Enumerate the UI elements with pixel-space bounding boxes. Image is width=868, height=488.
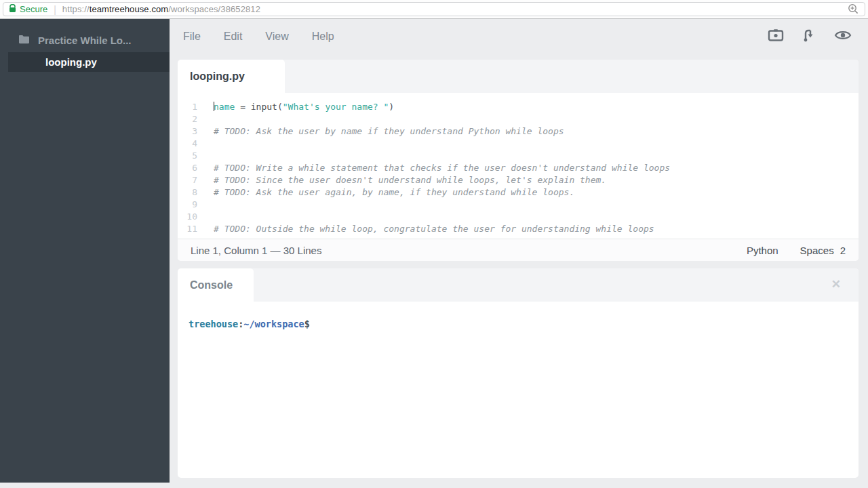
indent-selector[interactable]: Spaces 2 [800, 245, 846, 256]
folder-icon [18, 35, 30, 46]
indent-label: Spaces [800, 245, 834, 256]
address-bar[interactable]: Secure | https://teamtreehouse.com/works… [3, 2, 865, 16]
code-line: 2 [178, 113, 859, 125]
line-number: 11 [178, 223, 197, 235]
line-number: 6 [178, 162, 197, 174]
line-number: 7 [178, 174, 197, 186]
editor-tab-bar: looping.py [178, 60, 859, 93]
tab-looping-py[interactable]: looping.py [178, 60, 285, 93]
project-name: Practice While Lo... [38, 35, 132, 46]
project-folder[interactable]: Practice While Lo... [0, 30, 170, 50]
code-line: 11# TODO: Outside the while loop, congra… [178, 223, 859, 235]
address-separator: | [54, 4, 56, 15]
language-selector[interactable]: Python [747, 245, 778, 256]
code-line: 3# TODO: Ask the user by name if they un… [178, 125, 859, 138]
code-editor[interactable]: 1name = input("What's your name? ")23# T… [178, 93, 859, 239]
line-number: 10 [178, 211, 197, 223]
url-scheme: https:// [62, 4, 90, 14]
camera-icon[interactable] [768, 28, 784, 43]
code-line: 7# TODO: Since the user doesn't understa… [178, 174, 859, 186]
workspace-toolbar [768, 27, 852, 43]
security-label: Secure [20, 4, 47, 14]
menu-view[interactable]: View [265, 30, 288, 43]
menu-file[interactable]: File [183, 30, 201, 43]
line-number: 9 [178, 199, 197, 211]
editor-panel: looping.py 1name = input("What's your na… [178, 60, 859, 261]
editor-status-bar: Line 1, Column 1 — 30 Lines Python Space… [178, 239, 859, 261]
lock-icon [9, 3, 16, 16]
eye-icon[interactable] [834, 28, 852, 42]
indent-value: 2 [840, 245, 846, 256]
workspace-menu-bar: File Edit View Help [183, 27, 334, 46]
url-domain: teamtreehouse.com [90, 4, 169, 14]
line-number: 4 [178, 138, 197, 150]
code-line: 10 [178, 211, 859, 223]
menu-help[interactable]: Help [312, 30, 334, 43]
tab-console[interactable]: Console [178, 268, 254, 302]
line-number: 8 [178, 186, 197, 199]
close-console-icon[interactable]: ✕ [831, 277, 841, 292]
fork-icon[interactable] [802, 27, 816, 43]
page-zoom-icon[interactable] [848, 3, 859, 15]
cursor-position-status: Line 1, Column 1 — 30 Lines [191, 245, 321, 256]
line-number: 5 [178, 150, 197, 162]
line-number: 1 [178, 101, 197, 113]
code-line: 5 [178, 150, 859, 162]
browser-bar: Secure | https://teamtreehouse.com/works… [0, 0, 868, 19]
code-line: 4 [178, 138, 859, 150]
terminal-output[interactable]: treehouse:~/workspace$ [178, 302, 859, 330]
line-number: 3 [178, 125, 197, 138]
url-text: https://teamtreehouse.com/workspaces/386… [62, 4, 260, 14]
console-panel: Console ✕ treehouse:~/workspace$ [178, 268, 859, 478]
code-line: 8# TODO: Ask the user again, by name, if… [178, 186, 859, 199]
code-line: 1name = input("What's your name? ") [178, 101, 859, 113]
editor-tab-label: looping.py [190, 70, 245, 83]
menu-edit[interactable]: Edit [224, 30, 243, 43]
url-path: /workspaces/38652812 [168, 4, 260, 14]
console-tab-bar: Console ✕ [178, 268, 859, 302]
file-tree-sidebar: Practice While Lo... looping.py [0, 19, 170, 483]
terminal-prompt: treehouse:~/workspace$ [189, 319, 310, 329]
code-line: 9 [178, 199, 859, 211]
code-line: 6# TODO: Write a while statement that ch… [178, 162, 859, 174]
sidebar-file-looping-py[interactable]: looping.py [8, 52, 170, 72]
console-tab-label: Console [190, 279, 233, 291]
line-number: 2 [178, 113, 197, 125]
file-name: looping.py [45, 56, 97, 68]
